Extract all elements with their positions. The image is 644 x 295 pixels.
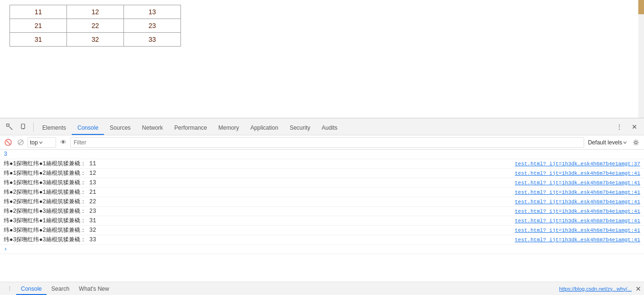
console-log-line: 纬●2探嗍红纬●3䋻棍筑猱兼橇： 23test.html? ijt=1h3dk…… xyxy=(0,207,644,216)
devtools-tab-security[interactable]: Security xyxy=(284,121,316,135)
console-log-line: 纬●1探嗍红纬●2䋻棍筑猱兼橇： 12test.html? ijt=1h3dk…… xyxy=(0,169,644,178)
console-line-count: 3 xyxy=(0,150,644,159)
console-log-line: 纬●2探嗍红纬●1䋻棍筑猱兼橇： 21test.html? ijt=1h3dk…… xyxy=(0,188,644,197)
console-line-text: 纬●1探嗍红纬●3䋻棍筑猱兼橇： 13 xyxy=(4,179,515,187)
console-log-line: 纬●1探嗍红纬●1䋻棍筑猱兼橇： 11test.html? ijt=1h3dk…… xyxy=(0,159,644,169)
devtools-tab-elements[interactable]: Elements xyxy=(37,121,72,135)
devtools-tab-network[interactable]: Network xyxy=(136,121,169,135)
svg-rect-0 xyxy=(7,124,9,126)
table-cell: 32 xyxy=(67,33,124,47)
devtools-tab-console[interactable]: Console xyxy=(72,121,104,135)
table-cell: 11 xyxy=(10,5,67,19)
console-line-text: 纬●3探嗍红纬●1䋻棍筑猱兼橇： 31 xyxy=(4,217,515,225)
devtools-tab-performance[interactable]: Performance xyxy=(169,121,213,135)
console-line-link[interactable]: test.html? ijt=1h3dk…esk4h6m7b4e1amgt:41 xyxy=(515,171,640,176)
console-line-text: 纬●3探嗍红纬●2䋻棍筑猱兼橇： 32 xyxy=(4,226,515,234)
console-line-link[interactable]: test.html? ijt=1h3dk…esk4h6m7b4e1amgt:41 xyxy=(515,209,640,214)
close-devtools-btn[interactable]: ✕ xyxy=(628,120,641,133)
more-options-btn[interactable]: ⋮ xyxy=(613,120,626,133)
console-settings-btn[interactable] xyxy=(631,137,641,148)
eye-btn[interactable]: 👁 xyxy=(58,137,68,148)
filter-input[interactable] xyxy=(70,137,584,148)
bottom-menu-btn[interactable]: ⋮ xyxy=(3,282,16,295)
table-cell: 22 xyxy=(67,19,124,33)
inspect-element-btn[interactable] xyxy=(3,120,16,133)
svg-rect-2 xyxy=(23,128,24,129)
console-log-line: 纬●1探嗍红纬●3䋻棍筑猱兼橇： 13test.html? ijt=1h3dk…… xyxy=(0,178,644,188)
devtools-tabs: ElementsConsoleSourcesNetworkPerformance… xyxy=(37,118,612,135)
console-line-text: 纬●2探嗍红纬●2䋻棍筑猱兼橇： 22 xyxy=(4,198,515,206)
prompt-arrow: › xyxy=(4,246,7,253)
devtools-tabbar: ElementsConsoleSourcesNetworkPerformance… xyxy=(0,118,644,135)
console-line-text: 纬●1探嗍红纬●1䋻棍筑猱兼橇： 11 xyxy=(4,160,515,168)
device-toolbar-btn[interactable] xyxy=(17,120,30,133)
console-line-text: 纬●2探嗍红纬●1䋻棍筑猱兼橇： 21 xyxy=(4,188,515,196)
console-log-line: 纬●2探嗍红纬●2䋻棍筑猱兼橇： 22test.html? ijt=1h3dk…… xyxy=(0,197,644,207)
bottom-tab-console[interactable]: Console xyxy=(16,283,47,295)
table-cell: 21 xyxy=(10,19,67,33)
svg-line-4 xyxy=(19,140,23,144)
devtools-bottombar: ⋮ ConsoleSearchWhat's New https://blog.c… xyxy=(0,282,644,295)
bottom-url[interactable]: https://blog.csdn.net/zy...why/... xyxy=(559,286,632,292)
console-log-line: 纬●3探嗍红纬●1䋻棍筑猱兼橇： 31test.html? ijt=1h3dk…… xyxy=(0,216,644,226)
default-levels-dropdown[interactable]: Default levels xyxy=(586,137,629,148)
console-line-text: 纬●2探嗍红纬●3䋻棍筑猱兼橇： 23 xyxy=(4,207,515,215)
table-row: 313233 xyxy=(10,33,181,47)
table-cell: 31 xyxy=(10,33,67,47)
top-selector[interactable]: top xyxy=(28,137,56,148)
devtools-tab-application[interactable]: Application xyxy=(245,121,284,135)
bottom-close-btn[interactable]: ✕ xyxy=(635,285,641,293)
table-cell: 23 xyxy=(124,19,181,33)
default-levels-label: Default levels xyxy=(588,139,622,146)
console-line-link[interactable]: test.html? ijt=1h3dk…esk4h6m7b4e1amgt:41 xyxy=(515,180,640,186)
console-log-line: 纬●3探嗍红纬●2䋻棍筑猱兼橇： 32test.html? ijt=1h3dk…… xyxy=(0,226,644,235)
devtools-tab-memory[interactable]: Memory xyxy=(213,121,245,135)
top-selector-label: top xyxy=(30,139,38,146)
devtools-tab-sources[interactable]: Sources xyxy=(104,121,136,135)
console-line-link[interactable]: test.html? ijt=1h3dk…esk4h6m7b4e1amgt:41 xyxy=(515,190,640,195)
bottom-tab-what's-new[interactable]: What's New xyxy=(74,283,114,295)
devtools-topbar-right: ⋮ ✕ xyxy=(613,120,641,133)
svg-rect-1 xyxy=(21,124,25,129)
scrollbar-thumb[interactable] xyxy=(638,0,644,14)
table-row: 111213 xyxy=(10,5,181,19)
main-content-area: 111213212223313233 xyxy=(0,0,644,118)
console-line-link[interactable]: test.html? ijt=1h3dk…esk4h6m7b4e1amgt:41 xyxy=(515,218,640,224)
scrollbar-track[interactable] xyxy=(638,0,644,118)
console-log-line: 纬●3探嗍红纬●3䋻棍筑猱兼橇： 33test.html? ijt=1h3dk…… xyxy=(0,235,644,245)
clear-console-btn[interactable]: 🚫 xyxy=(3,137,13,148)
table-cell: 13 xyxy=(124,5,181,19)
console-count-number: 3 xyxy=(4,151,13,158)
svg-point-5 xyxy=(635,141,637,143)
console-toolbar: 🚫 top 👁 Default levels xyxy=(0,135,644,150)
console-line-text: 纬●3探嗍红纬●3䋻棍筑猱兼橇： 33 xyxy=(4,236,515,244)
console-prompt[interactable]: › xyxy=(0,245,644,254)
tab-divider xyxy=(33,122,34,132)
table-row: 212223 xyxy=(10,19,181,33)
bottom-tab-search[interactable]: Search xyxy=(47,283,74,295)
console-line-link[interactable]: test.html? ijt=1h3dk…esk4h6m7b4e1amgt:41 xyxy=(515,237,640,243)
console-line-link[interactable]: test.html? ijt=1h3dk…esk4h6m7b4e1amgt:41 xyxy=(515,199,640,205)
page-content: 111213212223313233 xyxy=(0,0,644,118)
console-output[interactable]: 3 纬●1探嗍红纬●1䋻棍筑猱兼橇： 11test.html? ijt=1h3d… xyxy=(0,150,644,282)
devtools-tab-audits[interactable]: Audits xyxy=(316,121,343,135)
table-cell: 33 xyxy=(124,33,181,47)
console-line-text: 纬●1探嗍红纬●2䋻棍筑猱兼橇： 12 xyxy=(4,169,515,177)
block-btn[interactable] xyxy=(15,137,26,148)
console-line-link[interactable]: test.html? ijt=1h3dk…esk4h6m7b4e1amgt:37 xyxy=(515,161,640,167)
console-line-link[interactable]: test.html? ijt=1h3dk…esk4h6m7b4e1amgt:41 xyxy=(515,228,640,233)
data-table: 111213212223313233 xyxy=(9,5,181,47)
devtools-panel: ElementsConsoleSourcesNetworkPerformance… xyxy=(0,118,644,295)
table-cell: 12 xyxy=(67,5,124,19)
